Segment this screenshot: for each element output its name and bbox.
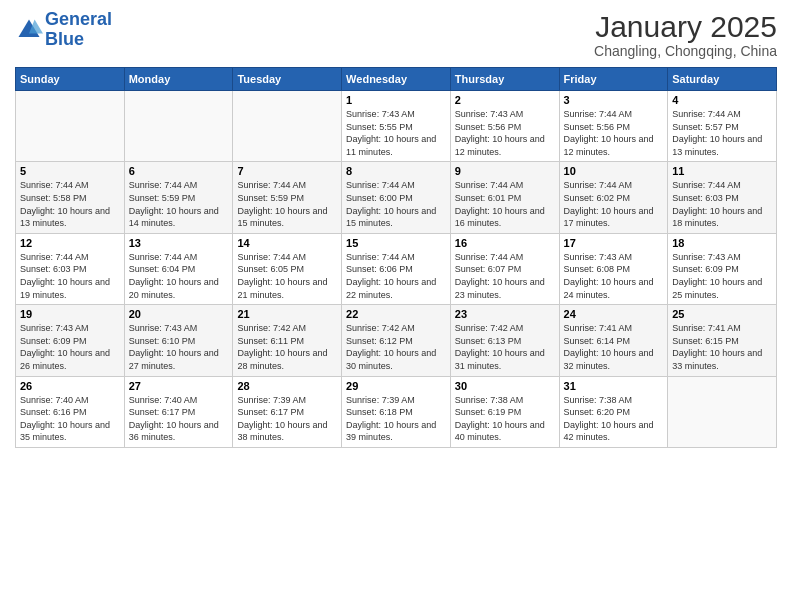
day-number: 11 [672, 165, 772, 177]
calendar-cell: 2Sunrise: 7:43 AMSunset: 5:56 PMDaylight… [450, 91, 559, 162]
day-number: 15 [346, 237, 446, 249]
day-number: 29 [346, 380, 446, 392]
day-info: Sunrise: 7:44 AMSunset: 6:00 PMDaylight:… [346, 179, 446, 229]
header-sunday: Sunday [16, 68, 125, 91]
day-number: 4 [672, 94, 772, 106]
calendar-cell: 25Sunrise: 7:41 AMSunset: 6:15 PMDayligh… [668, 305, 777, 376]
day-number: 18 [672, 237, 772, 249]
day-number: 25 [672, 308, 772, 320]
day-number: 10 [564, 165, 664, 177]
calendar-cell: 31Sunrise: 7:38 AMSunset: 6:20 PMDayligh… [559, 376, 668, 447]
day-number: 22 [346, 308, 446, 320]
page: General Blue January 2025 Changling, Cho… [0, 0, 792, 612]
day-info: Sunrise: 7:43 AMSunset: 6:10 PMDaylight:… [129, 322, 229, 372]
calendar-cell: 24Sunrise: 7:41 AMSunset: 6:14 PMDayligh… [559, 305, 668, 376]
day-info: Sunrise: 7:41 AMSunset: 6:15 PMDaylight:… [672, 322, 772, 372]
header: General Blue January 2025 Changling, Cho… [15, 10, 777, 59]
calendar-cell: 13Sunrise: 7:44 AMSunset: 6:04 PMDayligh… [124, 233, 233, 304]
day-info: Sunrise: 7:43 AMSunset: 6:08 PMDaylight:… [564, 251, 664, 301]
day-number: 3 [564, 94, 664, 106]
calendar-cell [124, 91, 233, 162]
calendar-cell: 3Sunrise: 7:44 AMSunset: 5:56 PMDaylight… [559, 91, 668, 162]
day-number: 20 [129, 308, 229, 320]
day-info: Sunrise: 7:44 AMSunset: 5:59 PMDaylight:… [237, 179, 337, 229]
day-info: Sunrise: 7:44 AMSunset: 6:03 PMDaylight:… [672, 179, 772, 229]
header-wednesday: Wednesday [342, 68, 451, 91]
calendar-cell: 21Sunrise: 7:42 AMSunset: 6:11 PMDayligh… [233, 305, 342, 376]
day-info: Sunrise: 7:43 AMSunset: 6:09 PMDaylight:… [20, 322, 120, 372]
calendar-cell: 17Sunrise: 7:43 AMSunset: 6:08 PMDayligh… [559, 233, 668, 304]
day-number: 19 [20, 308, 120, 320]
subtitle: Changling, Chongqing, China [594, 43, 777, 59]
day-info: Sunrise: 7:38 AMSunset: 6:20 PMDaylight:… [564, 394, 664, 444]
day-info: Sunrise: 7:38 AMSunset: 6:19 PMDaylight:… [455, 394, 555, 444]
logo-icon [15, 16, 43, 44]
day-info: Sunrise: 7:44 AMSunset: 6:02 PMDaylight:… [564, 179, 664, 229]
calendar-cell: 14Sunrise: 7:44 AMSunset: 6:05 PMDayligh… [233, 233, 342, 304]
calendar-cell: 9Sunrise: 7:44 AMSunset: 6:01 PMDaylight… [450, 162, 559, 233]
header-monday: Monday [124, 68, 233, 91]
week-row-4: 26Sunrise: 7:40 AMSunset: 6:16 PMDayligh… [16, 376, 777, 447]
day-number: 26 [20, 380, 120, 392]
week-row-2: 12Sunrise: 7:44 AMSunset: 6:03 PMDayligh… [16, 233, 777, 304]
header-friday: Friday [559, 68, 668, 91]
calendar-cell: 1Sunrise: 7:43 AMSunset: 5:55 PMDaylight… [342, 91, 451, 162]
day-info: Sunrise: 7:44 AMSunset: 5:58 PMDaylight:… [20, 179, 120, 229]
day-number: 17 [564, 237, 664, 249]
calendar-cell: 19Sunrise: 7:43 AMSunset: 6:09 PMDayligh… [16, 305, 125, 376]
day-info: Sunrise: 7:44 AMSunset: 5:57 PMDaylight:… [672, 108, 772, 158]
day-number: 27 [129, 380, 229, 392]
calendar-cell: 27Sunrise: 7:40 AMSunset: 6:17 PMDayligh… [124, 376, 233, 447]
logo-text: General Blue [45, 10, 112, 50]
day-number: 12 [20, 237, 120, 249]
day-number: 2 [455, 94, 555, 106]
calendar-cell: 18Sunrise: 7:43 AMSunset: 6:09 PMDayligh… [668, 233, 777, 304]
day-number: 28 [237, 380, 337, 392]
calendar-cell: 26Sunrise: 7:40 AMSunset: 6:16 PMDayligh… [16, 376, 125, 447]
calendar-cell: 22Sunrise: 7:42 AMSunset: 6:12 PMDayligh… [342, 305, 451, 376]
calendar-cell: 7Sunrise: 7:44 AMSunset: 5:59 PMDaylight… [233, 162, 342, 233]
calendar-cell: 12Sunrise: 7:44 AMSunset: 6:03 PMDayligh… [16, 233, 125, 304]
day-number: 14 [237, 237, 337, 249]
day-info: Sunrise: 7:39 AMSunset: 6:18 PMDaylight:… [346, 394, 446, 444]
logo-line1: General [45, 9, 112, 29]
calendar-cell: 30Sunrise: 7:38 AMSunset: 6:19 PMDayligh… [450, 376, 559, 447]
calendar-cell [233, 91, 342, 162]
day-info: Sunrise: 7:44 AMSunset: 6:06 PMDaylight:… [346, 251, 446, 301]
day-number: 16 [455, 237, 555, 249]
day-info: Sunrise: 7:44 AMSunset: 5:56 PMDaylight:… [564, 108, 664, 158]
day-info: Sunrise: 7:41 AMSunset: 6:14 PMDaylight:… [564, 322, 664, 372]
day-info: Sunrise: 7:43 AMSunset: 5:56 PMDaylight:… [455, 108, 555, 158]
calendar-cell: 8Sunrise: 7:44 AMSunset: 6:00 PMDaylight… [342, 162, 451, 233]
day-info: Sunrise: 7:44 AMSunset: 6:07 PMDaylight:… [455, 251, 555, 301]
day-number: 23 [455, 308, 555, 320]
week-row-3: 19Sunrise: 7:43 AMSunset: 6:09 PMDayligh… [16, 305, 777, 376]
day-info: Sunrise: 7:43 AMSunset: 6:09 PMDaylight:… [672, 251, 772, 301]
calendar-cell: 10Sunrise: 7:44 AMSunset: 6:02 PMDayligh… [559, 162, 668, 233]
calendar-table: SundayMondayTuesdayWednesdayThursdayFrid… [15, 67, 777, 448]
day-info: Sunrise: 7:40 AMSunset: 6:16 PMDaylight:… [20, 394, 120, 444]
day-number: 31 [564, 380, 664, 392]
day-number: 9 [455, 165, 555, 177]
logo-line2: Blue [45, 29, 84, 49]
day-number: 13 [129, 237, 229, 249]
day-info: Sunrise: 7:44 AMSunset: 6:01 PMDaylight:… [455, 179, 555, 229]
calendar-cell: 15Sunrise: 7:44 AMSunset: 6:06 PMDayligh… [342, 233, 451, 304]
day-number: 24 [564, 308, 664, 320]
calendar-cell: 4Sunrise: 7:44 AMSunset: 5:57 PMDaylight… [668, 91, 777, 162]
day-number: 8 [346, 165, 446, 177]
day-info: Sunrise: 7:44 AMSunset: 6:03 PMDaylight:… [20, 251, 120, 301]
header-saturday: Saturday [668, 68, 777, 91]
day-number: 5 [20, 165, 120, 177]
day-number: 30 [455, 380, 555, 392]
week-row-1: 5Sunrise: 7:44 AMSunset: 5:58 PMDaylight… [16, 162, 777, 233]
header-row: SundayMondayTuesdayWednesdayThursdayFrid… [16, 68, 777, 91]
calendar-cell: 16Sunrise: 7:44 AMSunset: 6:07 PMDayligh… [450, 233, 559, 304]
calendar-cell: 6Sunrise: 7:44 AMSunset: 5:59 PMDaylight… [124, 162, 233, 233]
calendar-cell: 29Sunrise: 7:39 AMSunset: 6:18 PMDayligh… [342, 376, 451, 447]
title-block: January 2025 Changling, Chongqing, China [594, 10, 777, 59]
calendar-cell: 11Sunrise: 7:44 AMSunset: 6:03 PMDayligh… [668, 162, 777, 233]
calendar-cell [16, 91, 125, 162]
calendar-cell [668, 376, 777, 447]
calendar-cell: 28Sunrise: 7:39 AMSunset: 6:17 PMDayligh… [233, 376, 342, 447]
